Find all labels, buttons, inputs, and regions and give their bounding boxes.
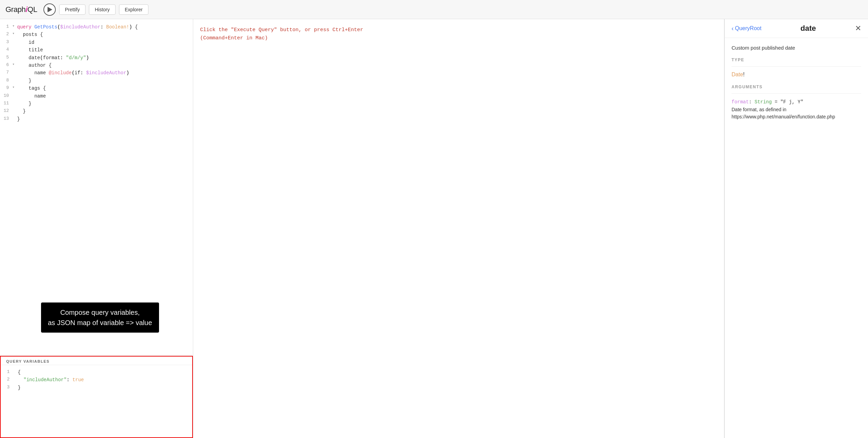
docs-description: Custom post published date <box>732 45 861 51</box>
fold-arrow <box>12 69 17 77</box>
code-line: 13 } <box>0 115 193 123</box>
code-line: 6 ▾ author { <box>0 62 193 69</box>
docs-back-link[interactable]: ‹ QueryRoot <box>732 25 761 32</box>
fold-arrow[interactable]: ▾ <box>12 23 17 31</box>
variables-editor[interactable]: 1 { 2 "includeAuthor": true 3 } <box>1 365 192 437</box>
code-line: 2 "includeAuthor": true <box>1 376 192 384</box>
code-content: tags { <box>17 85 193 92</box>
arg-description: Date format, as defined in https://www.p… <box>732 106 861 120</box>
code-content: id <box>17 39 193 46</box>
code-content: { <box>18 369 192 376</box>
line-number: 5 <box>0 54 12 62</box>
code-line: 1 ▾ query GetPosts($includeAuthor: Boole… <box>0 23 193 31</box>
fold-arrow <box>12 77 17 85</box>
fold-arrow <box>12 54 17 62</box>
line-number: 9 <box>0 85 12 92</box>
fold-arrow <box>13 376 18 384</box>
center-panel: Click the "Execute Query" button, or pre… <box>193 19 724 438</box>
docs-type-section: TYPE <box>732 57 861 62</box>
fold-arrow[interactable]: ▾ <box>12 62 17 69</box>
line-number: 12 <box>0 107 12 115</box>
fold-arrow[interactable]: ▾ <box>12 31 17 38</box>
docs-divider <box>732 66 861 67</box>
docs-header: ‹ QueryRoot date ✕ <box>725 19 868 38</box>
code-content: } <box>17 115 193 123</box>
line-number: 6 <box>0 62 12 69</box>
code-line: 3 } <box>1 384 192 391</box>
code-content: author { <box>17 62 193 69</box>
arg-colon: : <box>749 99 754 105</box>
code-content: title <box>17 46 193 54</box>
line-number: 4 <box>0 46 12 54</box>
toolbar: GraphiQL Prettify History Explorer <box>0 0 868 19</box>
docs-divider-2 <box>732 93 861 94</box>
code-line: 11 } <box>0 100 193 107</box>
code-line: 2 ▾ posts { <box>0 31 193 38</box>
line-number: 1 <box>1 369 13 376</box>
fold-arrow <box>12 107 17 115</box>
code-content: name <box>17 92 193 100</box>
query-editor[interactable]: 1 ▾ query GetPosts($includeAuthor: Boole… <box>0 19 193 356</box>
main-layout: 1 ▾ query GetPosts($includeAuthor: Boole… <box>0 19 868 438</box>
docs-arguments-section: ARGUMENTS <box>732 85 861 89</box>
line-number: 2 <box>0 31 12 38</box>
code-content: } <box>17 77 193 85</box>
fold-arrow <box>12 39 17 46</box>
fold-arrow <box>13 369 18 376</box>
code-content: "includeAuthor": true <box>18 376 192 384</box>
query-variables-panel[interactable]: QUERY VARIABLES 1 { 2 "includeAuthor": t… <box>0 356 193 438</box>
docs-type-link[interactable]: Date <box>732 72 743 77</box>
fold-arrow[interactable]: ▾ <box>12 85 17 92</box>
docs-body: Custom post published date TYPE Date! AR… <box>725 38 868 127</box>
code-content: name @include(if: $includeAuthor) <box>17 69 193 77</box>
line-number: 7 <box>0 69 12 77</box>
docs-type-value: Date! <box>732 72 861 78</box>
fold-arrow <box>12 46 17 54</box>
code-content: } <box>18 384 192 391</box>
arg-type[interactable]: String <box>754 99 772 105</box>
fold-arrow <box>12 100 17 107</box>
line-number: 3 <box>1 384 13 391</box>
line-number: 1 <box>0 23 12 31</box>
docs-back-label: QueryRoot <box>735 25 761 31</box>
execute-button[interactable] <box>43 3 56 16</box>
code-line: 3 id <box>0 39 193 46</box>
arg-default: = "F j, Y" <box>772 99 803 105</box>
history-button[interactable]: History <box>89 4 116 15</box>
fold-arrow <box>13 384 18 391</box>
line-number: 11 <box>0 100 12 107</box>
code-line: 7 name @include(if: $includeAuthor) <box>0 69 193 77</box>
code-line: 1 { <box>1 369 192 376</box>
code-content: } <box>17 100 193 107</box>
docs-panel: ‹ QueryRoot date ✕ Custom post published… <box>724 19 868 438</box>
docs-type-name: Date <box>732 72 743 77</box>
hint-line1: Click the "Execute Query" button, or pre… <box>200 27 363 33</box>
code-line: 4 title <box>0 46 193 54</box>
code-line: 12 } <box>0 107 193 115</box>
explorer-button[interactable]: Explorer <box>119 4 148 15</box>
code-content: date(format: "d/m/y") <box>17 54 193 62</box>
code-content: posts { <box>17 31 193 38</box>
app-title: GraphiQL <box>5 5 37 14</box>
docs-close-button[interactable]: ✕ <box>855 25 861 32</box>
docs-arguments: format: String = "F j, Y" Date format, a… <box>732 99 861 120</box>
code-content: } <box>17 107 193 115</box>
docs-field-title: date <box>801 24 816 33</box>
argument-item: format: String = "F j, Y" Date format, a… <box>732 99 861 120</box>
line-number: 10 <box>0 92 12 100</box>
fold-arrow <box>12 92 17 100</box>
query-variables-label: QUERY VARIABLES <box>1 357 192 365</box>
code-content: query GetPosts($includeAuthor: Boolean!)… <box>17 23 193 31</box>
prettify-button[interactable]: Prettify <box>59 4 86 15</box>
line-number: 3 <box>0 39 12 46</box>
line-number: 13 <box>0 115 12 123</box>
execute-hint: Click the "Execute Query" button, or pre… <box>200 26 717 42</box>
code-line: 8 } <box>0 77 193 85</box>
code-line: 10 name <box>0 92 193 100</box>
left-panel: 1 ▾ query GetPosts($includeAuthor: Boole… <box>0 19 193 438</box>
fold-arrow <box>12 115 17 123</box>
line-number: 8 <box>0 77 12 85</box>
code-line: 5 date(format: "d/m/y") <box>0 54 193 62</box>
arg-name: format <box>732 99 749 105</box>
docs-type-bang: ! <box>743 72 745 77</box>
